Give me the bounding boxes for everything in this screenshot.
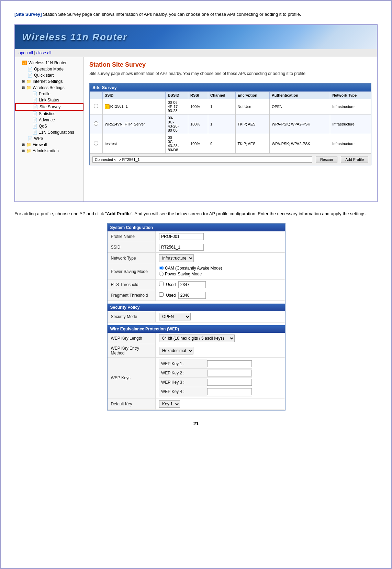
config-label-wep-key-length: WEP Key Length xyxy=(108,333,156,344)
config-label-network-type: Network Type xyxy=(108,252,156,264)
ap-radio-3[interactable] xyxy=(94,141,98,145)
sidebar-item-site-survey[interactable]: 📄 Site Survey xyxy=(15,103,83,111)
auth-cell-2: WPA-PSK; WPA2-PSK xyxy=(269,114,330,134)
wep-key-1-input[interactable] xyxy=(207,360,252,367)
config-row-network-type: Network Type Infrastructure Ad Hoc xyxy=(108,252,285,264)
page-icon-6: 📄 xyxy=(32,111,37,116)
folder-icon-3: 📁 xyxy=(26,142,31,147)
wep-key-4-input[interactable] xyxy=(207,388,252,395)
power-saving-cam: CAM (Constantly Awake Mode) xyxy=(159,266,281,271)
sidebar-item-link-status[interactable]: 📄 Link Status xyxy=(15,97,83,103)
add-profile-button[interactable]: Add Profile xyxy=(341,156,368,163)
sidebar-item-firewall[interactable]: ⊞ 📁 Firewall xyxy=(15,142,83,148)
security-mode-select[interactable]: OPEN WEP WPA-PSK WPA2-PSK xyxy=(159,313,191,320)
encryption-cell-1: Not Use xyxy=(235,99,269,114)
system-config-table: Profile Name SSID Network Type Infrastru… xyxy=(108,231,285,301)
col-channel: Channel xyxy=(208,91,236,99)
col-authentication: Authentication xyxy=(269,91,330,99)
network-icon-1: ⊞ xyxy=(105,104,110,109)
sidebar-item-11n-config[interactable]: 📄 11N Configurations xyxy=(15,129,83,135)
router-body: 📶 Wireless 11N Router 📄 Operation Mode 📄… xyxy=(15,57,377,201)
config-row-default-key: Default Key Key 1 Key 2 Key 3 Key 4 xyxy=(108,398,285,409)
page-icon-5: 📄 xyxy=(33,105,38,109)
close-all-link[interactable]: close all xyxy=(36,51,51,55)
profile-name-input[interactable] xyxy=(159,233,204,240)
config-label-power-saving: Power Saving Mode xyxy=(108,264,156,279)
config-row-rts: RTS Threshold Used xyxy=(108,279,285,290)
sidebar-item-statistics[interactable]: 📄 Statistics xyxy=(15,111,83,117)
fragment-checkbox[interactable] xyxy=(159,292,164,297)
wep-entry-method-select[interactable]: Hexadecimal ASCII xyxy=(159,347,193,354)
fragment-threshold-input[interactable] xyxy=(178,292,206,299)
system-config-box: System Configuration Profile Name SSID N… xyxy=(107,223,285,411)
bssid-cell-3: 00-0C-43-28-80-D8 xyxy=(166,134,188,153)
sidebar-item-wireless-settings[interactable]: ⊟ 📁 Wireless Settings xyxy=(15,85,83,91)
wep-key-2-label: WEP Key 2 : xyxy=(159,368,207,377)
power-cam-radio[interactable] xyxy=(159,266,164,270)
sidebar-label-firewall: Firewall xyxy=(33,142,47,147)
encryption-cell-3: TKIP; AES xyxy=(235,134,269,153)
sidebar-label-quick-start: Quick start xyxy=(34,73,54,78)
sidebar: 📶 Wireless 11N Router 📄 Operation Mode 📄… xyxy=(15,57,84,201)
wep-key-3-cell xyxy=(207,377,252,387)
security-policy-header: Security Policy xyxy=(108,304,285,311)
config-label-default-key: Default Key xyxy=(108,398,156,409)
channel-cell-1: 1 xyxy=(208,99,236,114)
rts-threshold-input[interactable] xyxy=(178,281,206,288)
config-row-profile-name: Profile Name xyxy=(108,231,285,242)
power-cam-label: CAM (Constantly Awake Mode) xyxy=(165,266,222,271)
page-icon-1: 📄 xyxy=(27,67,33,72)
survey-table: SSID BSSID RSSI Channel Encryption Authe… xyxy=(90,91,371,154)
add-profile-bold: Add Profile xyxy=(107,211,131,216)
wep-key-1-label: WEP Key 1 : xyxy=(159,359,207,369)
folder-icon-4: 📁 xyxy=(26,149,31,153)
col-encryption: Encryption xyxy=(235,91,269,99)
rts-checkbox[interactable] xyxy=(159,282,164,286)
rssi-cell-2: 100% xyxy=(188,114,208,134)
wep-key-2-input[interactable] xyxy=(207,370,252,376)
network-type-select[interactable]: Infrastructure Ad Hoc xyxy=(159,254,194,262)
sidebar-item-wps[interactable]: 📄 WPS xyxy=(15,135,83,142)
rts-used-label: Used xyxy=(166,282,176,287)
open-all-link[interactable]: open all xyxy=(19,51,33,55)
nettype-cell-2: Infrastructure xyxy=(330,114,371,134)
wep-key-3-input[interactable] xyxy=(207,379,252,386)
sidebar-item-administration[interactable]: ⊞ 📁 Administration xyxy=(15,148,83,154)
sidebar-item-quick-start[interactable]: 📄 Quick start xyxy=(15,72,83,78)
config-row-fragment: Fragment Threshold Used xyxy=(108,290,285,300)
radio-cell-2[interactable] xyxy=(90,114,103,134)
nettype-cell-3: Infrastructure xyxy=(330,134,371,153)
sidebar-label-operation-mode: Operation Mode xyxy=(34,67,64,72)
sidebar-item-operation-mode[interactable]: 📄 Operation Mode xyxy=(15,66,83,72)
sidebar-item-internet-settings[interactable]: ⊞ 📁 Internet Settings xyxy=(15,78,83,85)
radio-cell-1[interactable] xyxy=(90,99,103,114)
bssid-cell-2: 00-0C-43-28-80-00 xyxy=(166,114,188,134)
sidebar-label-internet-settings: Internet Settings xyxy=(33,79,63,84)
wep-keys-subtable: WEP Key 1 : WEP Key 2 : WEP Key 3 : xyxy=(159,359,252,396)
sidebar-item-profile[interactable]: 📄 Profile xyxy=(15,91,83,97)
wep-key-4-label: WEP Key 4 : xyxy=(159,387,207,396)
wep-key-3-row: WEP Key 3 : xyxy=(159,377,252,387)
wep-table: WEP Key Length 64 bit (10 hex digits / 5… xyxy=(108,333,285,410)
col-select xyxy=(90,91,103,99)
radio-cell-3[interactable] xyxy=(90,134,103,153)
page-icon-4: 📄 xyxy=(32,98,37,102)
config-value-power-saving: CAM (Constantly Awake Mode) Power Saving… xyxy=(156,264,285,279)
sidebar-item-advance[interactable]: 📄 Advance xyxy=(15,117,83,123)
power-psm-radio[interactable] xyxy=(159,272,164,276)
wep-key-length-select[interactable]: 64 bit (10 hex digits / 5 ascii keys) 12… xyxy=(159,335,235,342)
sidebar-item-root[interactable]: 📶 Wireless 11N Router xyxy=(15,60,83,66)
rescan-button[interactable]: Rescan xyxy=(316,156,337,163)
sidebar-item-qos[interactable]: 📄 QoS xyxy=(15,123,83,129)
config-value-default-key: Key 1 Key 2 Key 3 Key 4 xyxy=(156,398,285,409)
ap-radio-1[interactable] xyxy=(94,104,98,108)
sidebar-label-administration: Administration xyxy=(33,149,59,153)
default-key-select[interactable]: Key 1 Key 2 Key 3 Key 4 xyxy=(159,400,180,408)
ssid-input[interactable] xyxy=(159,244,204,251)
config-gap-2 xyxy=(108,322,285,325)
ap-radio-2[interactable] xyxy=(94,121,98,126)
page-icon-8: 📄 xyxy=(32,124,37,129)
config-value-ssid xyxy=(156,242,285,252)
nettype-cell-1: Infrastructure xyxy=(330,99,371,114)
config-row-wep-key-length: WEP Key Length 64 bit (10 hex digits / 5… xyxy=(108,333,285,344)
